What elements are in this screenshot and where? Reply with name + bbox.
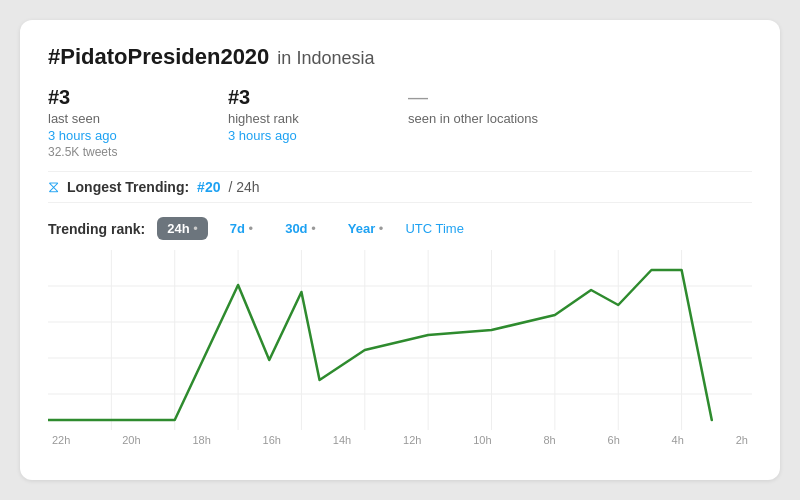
longest-trending-label: Longest Trending:	[67, 179, 189, 195]
hashtag-title: #PidatoPresiden2020	[48, 44, 269, 70]
x-label-6h: 6h	[608, 434, 620, 446]
stat-other-label: seen in other locations	[408, 111, 708, 126]
chart-x-axis: 22h 20h 18h 16h 14h 12h 10h 8h 6h 4h 2h	[48, 434, 752, 446]
main-card: #PidatoPresiden2020 in Indonesia #3 last…	[20, 20, 780, 480]
x-label-22h: 22h	[52, 434, 70, 446]
x-label-12h: 12h	[403, 434, 421, 446]
tab-30d[interactable]: 30d	[275, 217, 326, 240]
location-text: in Indonesia	[277, 48, 374, 69]
tab-7d[interactable]: 7d	[220, 217, 263, 240]
x-label-10h: 10h	[473, 434, 491, 446]
x-label-2h: 2h	[736, 434, 748, 446]
x-label-16h: 16h	[263, 434, 281, 446]
stat-last-seen-number: #3	[48, 86, 228, 109]
stat-tweets-count: 32.5K tweets	[48, 145, 228, 159]
longest-trending-rank: #20	[197, 179, 220, 195]
stat-last-seen-time: 3 hours ago	[48, 128, 228, 143]
x-label-14h: 14h	[333, 434, 351, 446]
tab-24h[interactable]: 24h	[157, 217, 208, 240]
trending-rank-label: Trending rank:	[48, 221, 145, 237]
stat-other-locations: — seen in other locations	[408, 86, 708, 159]
stat-other-dash: —	[408, 86, 708, 109]
stat-highest-rank-label: highest rank	[228, 111, 408, 126]
utc-time-label: UTC Time	[405, 221, 464, 236]
longest-trending-period: / 24h	[228, 179, 259, 195]
stat-last-seen-label: last seen	[48, 111, 228, 126]
hourglass-icon: ⧖	[48, 178, 59, 196]
stat-highest-rank-time: 3 hours ago	[228, 128, 408, 143]
x-label-4h: 4h	[672, 434, 684, 446]
stat-highest-rank-number: #3	[228, 86, 408, 109]
x-label-8h: 8h	[543, 434, 555, 446]
chart-area: 22h 20h 18h 16h 14h 12h 10h 8h 6h 4h 2h	[48, 250, 752, 460]
tab-year[interactable]: Year	[338, 217, 394, 240]
trending-rank-row: Trending rank: 24h 7d 30d Year UTC Time	[48, 217, 752, 240]
x-label-20h: 20h	[122, 434, 140, 446]
trend-chart	[48, 250, 752, 430]
longest-trending-row: ⧖ Longest Trending: #20 / 24h	[48, 171, 752, 203]
stat-last-seen: #3 last seen 3 hours ago 32.5K tweets	[48, 86, 228, 159]
title-row: #PidatoPresiden2020 in Indonesia	[48, 44, 752, 70]
stat-highest-rank: #3 highest rank 3 hours ago	[228, 86, 408, 159]
stats-row: #3 last seen 3 hours ago 32.5K tweets #3…	[48, 86, 752, 159]
x-label-18h: 18h	[192, 434, 210, 446]
